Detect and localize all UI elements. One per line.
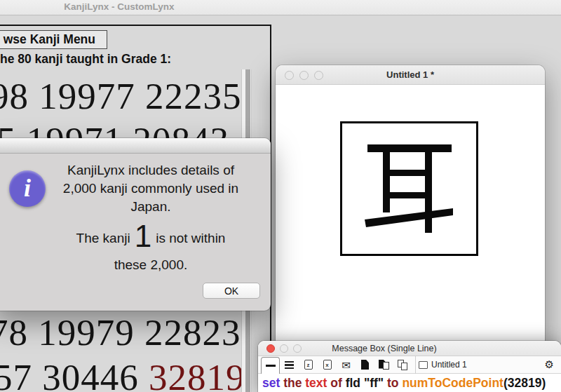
new-script-button[interactable] — [356, 357, 374, 372]
dialog-titlebar[interactable] — [0, 138, 271, 154]
multiple-lines-icon — [285, 361, 294, 369]
dialog-message: KanjiLynx includes details of 2,000 kanj… — [35, 161, 266, 216]
copy-icon — [398, 360, 408, 370]
page-copy-button[interactable] — [374, 357, 393, 372]
untitled-window: Untitled 1 * — [276, 65, 545, 343]
message-button[interactable]: ✉ — [337, 357, 356, 372]
desktop: KanjiLynx - CustomLynx wse Kanji Menu he… — [0, 0, 561, 392]
target-document-selector[interactable]: Untitled 1 — [419, 360, 467, 370]
big-kanji-char: 1 — [130, 219, 156, 253]
gear-icon[interactable]: ⚙ — [545, 358, 554, 371]
codepoint-row: 57 30446 32819 — [0, 356, 245, 392]
page-copy-icon — [379, 360, 389, 370]
envelope-icon: ✉ — [342, 360, 351, 370]
ok-button[interactable]: OK — [203, 283, 260, 299]
messagebox-window-title: Message Box (Single Line) — [258, 344, 511, 353]
codepoint-row: 78 19979 22823 — [0, 311, 241, 353]
single-line-icon — [266, 365, 276, 367]
target-document-label: Untitled 1 — [431, 360, 467, 370]
ear-kanji-glyph — [363, 140, 456, 237]
kanjilynx-window-title: KanjiLynx - CustomLynx — [0, 1, 238, 12]
black-page-icon — [361, 360, 369, 370]
untitled-window-title: Untitled 1 * — [276, 69, 545, 80]
codepoint-row: 98 19977 22235 — [0, 75, 242, 117]
kanji-field[interactable] — [340, 121, 478, 256]
messagebox-titlebar[interactable]: Message Box (Single Line) — [258, 341, 561, 356]
kanjilynx-titlebar[interactable]: KanjiLynx - CustomLynx — [0, 0, 561, 15]
variable-watcher-button[interactable]: x — [318, 357, 337, 372]
stack-border-top — [0, 25, 271, 26]
document-icon — [419, 361, 428, 369]
doc-z-icon: z — [304, 360, 313, 370]
single-line-tab[interactable] — [261, 357, 280, 374]
browse-kanji-menu-button[interactable]: wse Kanji Menu — [0, 30, 107, 49]
grade-1-heading: he 80 kanji taught in Grade 1: — [0, 52, 171, 67]
pending-messages-button[interactable]: z — [299, 357, 318, 372]
doc-x-icon: x — [323, 360, 332, 370]
duplicate-button[interactable] — [393, 357, 412, 372]
message-box-window: Message Box (Single Line) z x ✉ — [258, 341, 561, 392]
messagebox-toolbar: z x ✉ Untitled 1 ⚙ — [258, 356, 561, 374]
toolbar-separator — [415, 356, 416, 374]
dialog-message-2: The kanji1is not within these 2,000. — [35, 221, 266, 273]
untitled-titlebar[interactable]: Untitled 1 * — [276, 65, 545, 85]
info-dialog: i KanjiLynx includes details of 2,000 ka… — [0, 138, 271, 311]
message-box-input[interactable]: set the text of fld "ff" to numToCodePoi… — [258, 374, 561, 391]
multiple-lines-button[interactable] — [280, 357, 299, 372]
